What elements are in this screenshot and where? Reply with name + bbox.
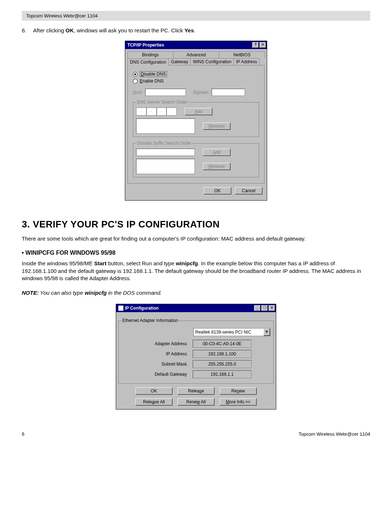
ethernet-adapter-group: Ethernet Adapter Information Realtek 813… — [118, 318, 274, 384]
domain-label: Domain: — [193, 90, 209, 95]
close-button[interactable]: × — [260, 42, 266, 48]
adapter-select[interactable]: Realtek 8139-series PCI NIC ▼ — [193, 328, 270, 336]
info-value: 255.255.255.0 — [193, 360, 252, 368]
footer-product: Topcom Wireless Webr@cer 1104 — [299, 431, 370, 437]
info-label: Default Gateway — [122, 372, 193, 377]
minimize-button[interactable]: _ — [254, 305, 261, 311]
info-value: 192.168.1.100 — [193, 350, 252, 358]
ok-button[interactable]: OK — [135, 387, 172, 395]
more-info-button[interactable]: More Info >> — [220, 398, 257, 406]
suffix-remove-button[interactable]: Remove — [203, 163, 230, 170]
info-label: IP Address — [122, 351, 193, 356]
winipcfg-note: NOTE: You can also type winipcfg in the … — [22, 289, 370, 297]
tab-bindings[interactable]: Bindings — [127, 51, 173, 58]
product-name: Topcom Wireless Webr@cer 1104 — [26, 13, 98, 19]
info-row: Default Gateway192.168.1.1 — [122, 370, 270, 378]
dns-remove-button[interactable]: Remove — [203, 122, 230, 130]
tab-netbios[interactable]: NetBIOS — [219, 51, 265, 58]
tab-wins-configuration[interactable]: WINS Configuration — [190, 58, 234, 65]
ethernet-group-legend: Ethernet Adapter Information — [122, 318, 179, 323]
info-label: Subnet Mask — [122, 362, 193, 367]
page-header: Topcom Wireless Webr@cer 1104 — [22, 11, 370, 21]
suffix-add-button[interactable]: Add — [203, 149, 230, 156]
close-button[interactable]: × — [269, 305, 275, 311]
restore-button: ❐ — [261, 305, 268, 311]
winipcfg-paragraph: Inside the windows 95/98/ME Start button… — [22, 260, 370, 282]
tab-row-1: Bindings Advanced NetBIOS — [127, 51, 265, 58]
tcpip-titlebar: TCP/IP Properties ? × — [125, 41, 267, 49]
ok-button[interactable]: OK — [204, 187, 231, 194]
tab-advanced[interactable]: Advanced — [173, 51, 219, 58]
button-row-2: Release AllRenew AllMore Info >> — [118, 398, 274, 406]
host-input[interactable] — [145, 89, 186, 96]
ipcfg-title: IP Configuration — [125, 306, 253, 311]
winipcfg-heading: • WINIPCFG FOR WINDOWS 95/98 — [22, 250, 370, 256]
tab-dns-configuration[interactable]: DNS Configuration — [127, 59, 169, 65]
tcpip-properties-dialog: TCP/IP Properties ? × Bindings Advanced … — [125, 41, 267, 201]
release-button[interactable]: Release — [177, 387, 215, 395]
dns-order-legend: DNS Server Search Order — [136, 100, 188, 105]
ipcfg-titlebar: IP Configuration _ ❐ × — [116, 304, 276, 312]
renew-all-button[interactable]: Renew All — [177, 398, 215, 406]
page-footer: 6 Topcom Wireless Webr@cer 1104 — [22, 431, 370, 437]
tab-ip-address[interactable]: IP Address — [233, 58, 260, 65]
info-row: Adapter Address00-C0-4C-A0-14-0E — [122, 340, 270, 348]
dns-list[interactable] — [136, 118, 195, 134]
info-row: Subnet Mask255.255.255.0 — [122, 360, 270, 368]
radio-disable-dns[interactable]: Disable DNS — [133, 71, 259, 77]
cancel-button[interactable]: Cancel — [235, 187, 262, 194]
help-button[interactable]: ? — [252, 42, 259, 48]
info-label: Adapter Address — [122, 341, 193, 346]
info-value: 00-C0-4C-A0-14-0E — [193, 340, 252, 348]
tab-gateway[interactable]: Gateway — [168, 58, 191, 65]
dns-tab-pane: Disable DNS Enable DNS Host: Domain: DNS… — [127, 65, 265, 184]
suffix-order-legend: Domain Suffix Search Order — [136, 141, 192, 146]
release-all-button[interactable]: Release All — [135, 398, 172, 406]
dns-ip-input[interactable]: ... — [136, 108, 177, 116]
radio-dot-icon — [133, 79, 138, 84]
ipcfg-app-icon — [118, 306, 123, 311]
domain-input[interactable] — [212, 89, 245, 96]
suffix-list[interactable] — [136, 159, 195, 174]
dns-server-order-group: DNS Server Search Order ... Add Remove — [133, 100, 259, 137]
host-label: Host: — [133, 90, 143, 95]
step-number: 6. — [22, 27, 32, 33]
info-row: IP Address192.168.1.100 — [122, 350, 270, 358]
ip-configuration-dialog: IP Configuration _ ❐ × Ethernet Adapter … — [116, 304, 276, 410]
page-number: 6 — [22, 431, 24, 437]
tab-row-2: DNS Configuration Gateway WINS Configura… — [127, 58, 265, 65]
tcpip-title: TCP/IP Properties — [127, 43, 252, 48]
chevron-down-icon: ▼ — [264, 329, 270, 336]
domain-suffix-order-group: Domain Suffix Search Order Add Remove — [133, 141, 259, 177]
info-value: 192.168.1.1 — [193, 370, 252, 378]
renew-button[interactable]: Renew — [220, 387, 257, 395]
section-3-heading: 3. VERIFY YOUR PC'S IP CONFIGURATION — [22, 219, 370, 230]
button-row-1: OKReleaseRenew — [118, 387, 274, 395]
step6-instruction: 6. After clicking OK, windows will ask y… — [22, 27, 370, 33]
radio-enable-dns[interactable]: Enable DNS — [133, 78, 259, 84]
suffix-input[interactable] — [136, 149, 195, 156]
dns-add-button[interactable]: Add — [185, 108, 212, 115]
section-3-intro: There are some tools which are great for… — [22, 235, 370, 242]
adapter-selected-text: Realtek 8139-series PCI NIC — [194, 330, 264, 335]
radio-dot-icon — [133, 72, 138, 77]
